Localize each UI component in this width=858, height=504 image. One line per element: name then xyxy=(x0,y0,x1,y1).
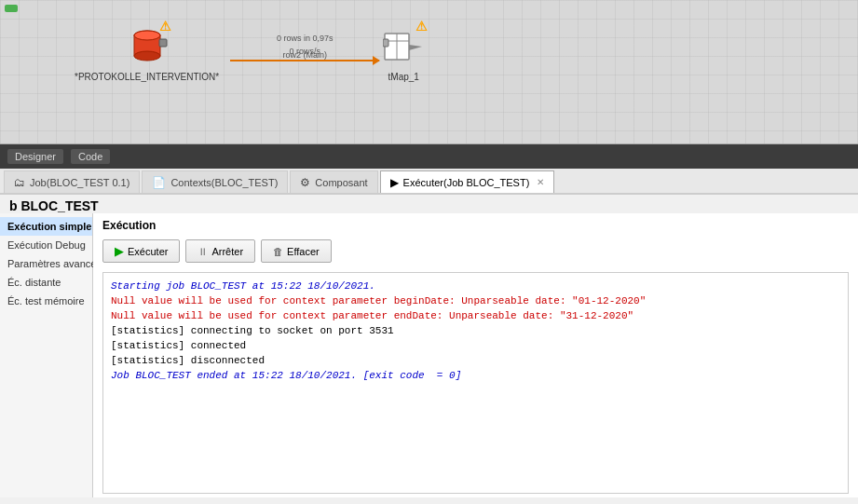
right-panel: Exécution ▶ Exécuter ⏸ Arrêter 🗑 Effacer… xyxy=(93,213,858,497)
execution-section-title: Exécution xyxy=(93,213,858,234)
composant-icon: ⚙ xyxy=(300,176,310,189)
console-line: Starting job BLOC_TEST at 15:22 18/10/20… xyxy=(111,279,840,293)
sidebar-item-params-avances[interactable]: Paramètres avancés xyxy=(0,254,92,273)
warning-icon-target: ⚠ xyxy=(415,19,428,34)
designer-button[interactable]: Designer xyxy=(7,149,63,164)
svg-rect-4 xyxy=(159,39,167,47)
run-icon: ▶ xyxy=(390,176,399,189)
sidebar-item-exec-distante[interactable]: Éc. distante xyxy=(0,273,92,292)
code-button[interactable]: Code xyxy=(71,149,110,164)
tab-bar: 🗂 Job(BLOC_TEST 0.1) 📄 Contexts(BLOC_TES… xyxy=(0,169,858,195)
sidebar-item-exec-debug[interactable]: Exécution Debug xyxy=(0,236,92,254)
tab-contexts[interactable]: 📄 Contexts(BLOC_TEST) xyxy=(142,170,288,193)
tab-close-icon[interactable]: ✕ xyxy=(537,177,544,187)
run-button-icon: ▶ xyxy=(115,244,124,258)
sidebar-item-exec-simple[interactable]: Exécution simple xyxy=(0,217,92,236)
stop-button[interactable]: ⏸ Arrêter xyxy=(185,239,255,263)
job-icon: 🗂 xyxy=(14,176,25,189)
console-line: [statistics] connected xyxy=(111,338,840,353)
clear-button[interactable]: 🗑 Effacer xyxy=(261,239,332,263)
console-line: [statistics] disconnected xyxy=(111,353,840,368)
page-title: b BLOC_TEST xyxy=(0,195,858,213)
svg-rect-9 xyxy=(383,39,388,47)
tab-job[interactable]: 🗂 Job(BLOC_TEST 0.1) xyxy=(4,170,140,193)
window-control xyxy=(5,5,18,12)
target-node[interactable]: ⚠ tMap_1 xyxy=(383,26,424,82)
console-line: [statistics] connecting to socket on por… xyxy=(111,323,840,338)
console-line: Job BLOC_TEST ended at 15:22 18/10/2021.… xyxy=(111,368,840,383)
svg-point-3 xyxy=(134,31,160,40)
console-line: Null value will be used for context para… xyxy=(111,308,840,323)
svg-point-2 xyxy=(134,51,160,61)
main-content: Exécution simple Exécution Debug Paramèt… xyxy=(0,213,858,497)
target-node-label: tMap_1 xyxy=(388,72,419,82)
flow-container: ⚠ *PROTOKOLLE_INTERVENTION* 0 rows in 0,… xyxy=(75,26,424,82)
flow-main-label: row2 (Main) xyxy=(282,50,327,60)
console-output: Starting job BLOC_TEST at 15:22 18/10/20… xyxy=(102,272,849,494)
source-node[interactable]: ⚠ *PROTOKOLLE_INTERVENTION* xyxy=(75,26,219,82)
flow-arrow xyxy=(230,60,379,61)
canvas-area: ⚠ *PROTOKOLLE_INTERVENTION* 0 rows in 0,… xyxy=(0,0,858,144)
stop-button-icon: ⏸ xyxy=(197,246,208,257)
console-line: Null value will be used for context para… xyxy=(111,293,840,308)
clear-button-icon: 🗑 xyxy=(273,246,283,257)
sidebar-item-exec-memoire[interactable]: Éc. test mémoire xyxy=(0,292,92,310)
toolbar-area: Designer Code xyxy=(0,144,858,169)
tab-composant[interactable]: ⚙ Composant xyxy=(290,170,377,193)
source-node-label: *PROTOKOLLE_INTERVENTION* xyxy=(75,72,219,82)
contexts-icon: 📄 xyxy=(152,176,166,189)
svg-marker-8 xyxy=(409,45,422,50)
exec-buttons: ▶ Exécuter ⏸ Arrêter 🗑 Effacer xyxy=(93,234,858,268)
run-button[interactable]: ▶ Exécuter xyxy=(102,239,180,263)
sidebar: Exécution simple Exécution Debug Paramèt… xyxy=(0,213,93,497)
flow-line: 0 rows in 0,97s 0 rows/s row2 (Main) xyxy=(230,32,379,60)
db-icon xyxy=(127,26,168,67)
tab-executer[interactable]: ▶ Exécuter(Job BLOC_TEST) ✕ xyxy=(380,170,555,193)
